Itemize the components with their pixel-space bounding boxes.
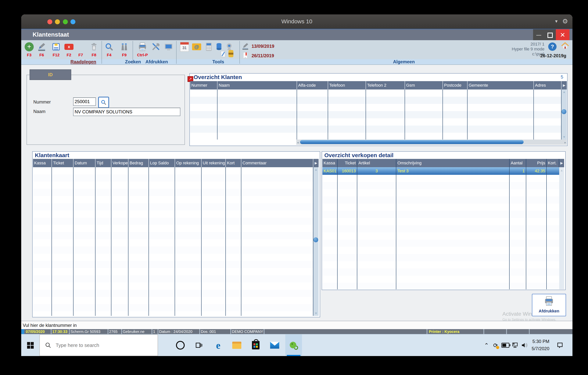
chevron-down-icon[interactable]: ▼ — [554, 19, 558, 24]
hscroll-thumb[interactable] — [300, 140, 524, 144]
header-more-icon[interactable]: ▶ — [313, 159, 319, 167]
col-header[interactable]: Ticket — [52, 159, 74, 167]
col-header[interactable]: Kassa — [33, 159, 52, 167]
col-header[interactable]: Artikel — [357, 159, 396, 167]
col-header[interactable]: Omschrijving — [396, 159, 510, 167]
active-app-button[interactable] — [285, 334, 302, 356]
scroll-up-icon[interactable]: ▲ — [559, 169, 564, 172]
delete-x-icon: x — [63, 42, 75, 52]
scroll-thumb[interactable] — [561, 109, 567, 114]
binoculars-button[interactable]: F9 — [119, 42, 130, 58]
note-button[interactable] — [220, 50, 227, 58]
col-header[interactable]: Datum — [74, 159, 95, 167]
calculator-button[interactable] — [203, 42, 214, 58]
date-1: 13/09/2019 — [252, 44, 274, 49]
task-view-button[interactable] — [190, 334, 207, 356]
col-header[interactable]: Uit rekening — [201, 159, 226, 167]
col-header[interactable]: Gsm — [405, 81, 443, 89]
maximize-button[interactable] — [545, 29, 556, 41]
nummer-input[interactable] — [73, 98, 96, 106]
edit-button[interactable]: F6 — [36, 42, 47, 58]
gear-icon[interactable]: ⚙ — [562, 17, 568, 25]
col-header[interactable]: Alfa-code — [297, 81, 328, 89]
scroll-right-icon[interactable]: ▸ — [565, 141, 566, 144]
new-button[interactable]: + F3 — [23, 42, 35, 58]
status-company: DEMO COMPANY — [232, 330, 263, 334]
klanten-vscrollbar[interactable]: ▲ ▼ — [561, 89, 567, 140]
save-button[interactable]: F12 — [50, 42, 62, 58]
action-center-button[interactable] — [556, 334, 565, 356]
col-header[interactable]: Prijs — [526, 159, 547, 167]
col-header[interactable]: Op rekening — [175, 159, 201, 167]
edge-button[interactable]: e — [210, 334, 227, 356]
col-header[interactable]: Lop Saldo — [149, 159, 175, 167]
scroll-up-icon[interactable]: ▲ — [561, 90, 567, 94]
naam-input[interactable] — [73, 108, 180, 116]
col-header[interactable]: Postcode — [443, 81, 468, 89]
search-button[interactable]: F4 — [104, 42, 115, 58]
mail-button[interactable] — [266, 334, 283, 356]
col-header[interactable]: Adres — [534, 81, 561, 89]
calendar-icon: 31 — [179, 42, 190, 52]
status-num: 2765 — [109, 330, 118, 334]
close-button[interactable]: ✕ — [556, 29, 569, 41]
home-button[interactable] — [561, 42, 569, 52]
sync-icon[interactable]: ⟳ — [491, 334, 500, 356]
jar-button[interactable] — [229, 50, 234, 58]
col-header[interactable]: Verkoper — [111, 159, 128, 167]
delete-button[interactable]: x F2 — [63, 42, 75, 58]
col-header[interactable]: Aantal — [510, 159, 526, 167]
col-header[interactable]: Gemeente — [468, 81, 534, 89]
scroll-left-icon[interactable]: ◂ — [297, 141, 299, 144]
help-button[interactable]: ? — [548, 43, 556, 51]
network-icon[interactable] — [511, 334, 520, 356]
search-input[interactable] — [55, 342, 144, 349]
email-icon: @ — [191, 42, 202, 52]
trash-button[interactable]: F8 — [88, 42, 100, 58]
status-hint-band: Vul hier de klantnummer in — [21, 321, 572, 330]
battery-icon[interactable] — [501, 334, 510, 356]
klanten-hscrollbar[interactable]: ◂ ▸ — [296, 140, 567, 145]
col-header[interactable]: Kassa — [322, 159, 337, 167]
email-button[interactable]: @ — [191, 42, 202, 58]
header-more-icon[interactable]: ▶ — [561, 81, 567, 89]
col-header[interactable]: Bedrag — [128, 159, 149, 167]
scroll-down-icon[interactable]: ▼ — [561, 135, 567, 139]
sign-date-button[interactable] — [241, 43, 250, 50]
f7-button[interactable]: F7 — [75, 42, 86, 58]
tray-chevron[interactable]: ⌃ — [482, 334, 491, 356]
scroll-down-icon[interactable]: ▼ — [313, 312, 319, 315]
tools-button[interactable] — [150, 42, 161, 58]
verkopen-selected-row[interactable]: KAS01 160013 3 Test 3 1 42.35 — [322, 167, 559, 175]
file-explorer-button[interactable] — [229, 334, 245, 356]
start-button[interactable] — [22, 334, 39, 356]
verkopen-vscrollbar[interactable]: ▲ — [559, 167, 564, 289]
print-toolbar-button[interactable]: Ctrl-P — [136, 42, 149, 58]
col-header[interactable]: Commentaar — [241, 159, 313, 167]
screen-button[interactable] — [163, 42, 174, 58]
print-button[interactable]: Afdrukken — [532, 294, 566, 316]
col-header[interactable]: Telefoon 2 — [366, 81, 405, 89]
monitor-icon — [163, 42, 174, 52]
scroll-up-icon[interactable]: ▲ — [313, 168, 319, 171]
col-header[interactable]: Tijd — [95, 159, 111, 167]
cortana-button[interactable] — [172, 334, 189, 356]
kaart-vscrollbar[interactable]: ▲ ▼ — [313, 167, 319, 316]
col-header[interactable]: Kort — [226, 159, 241, 167]
col-header[interactable]: Ticket — [337, 159, 357, 167]
header-more-icon[interactable]: ▶ — [559, 159, 564, 167]
flag-date-button[interactable] — [242, 52, 249, 60]
minimize-button[interactable]: — — [533, 29, 545, 41]
scroll-thumb[interactable] — [313, 237, 318, 242]
col-header[interactable]: Kort. — [547, 159, 559, 167]
tray-clock[interactable]: 5:30 PM 5/7/2020 — [527, 338, 549, 352]
col-header[interactable]: Telefoon — [328, 81, 366, 89]
tab-id[interactable]: ID — [30, 69, 71, 80]
col-header[interactable]: Naam — [218, 81, 297, 89]
col-header[interactable]: Nummer — [190, 81, 218, 89]
lookup-button[interactable] — [98, 97, 109, 108]
store-button[interactable] — [247, 334, 264, 356]
status-time: 17:30:33 — [52, 330, 67, 334]
taskbar-search[interactable] — [39, 334, 158, 356]
calendar-button[interactable]: 31 — [179, 42, 190, 58]
